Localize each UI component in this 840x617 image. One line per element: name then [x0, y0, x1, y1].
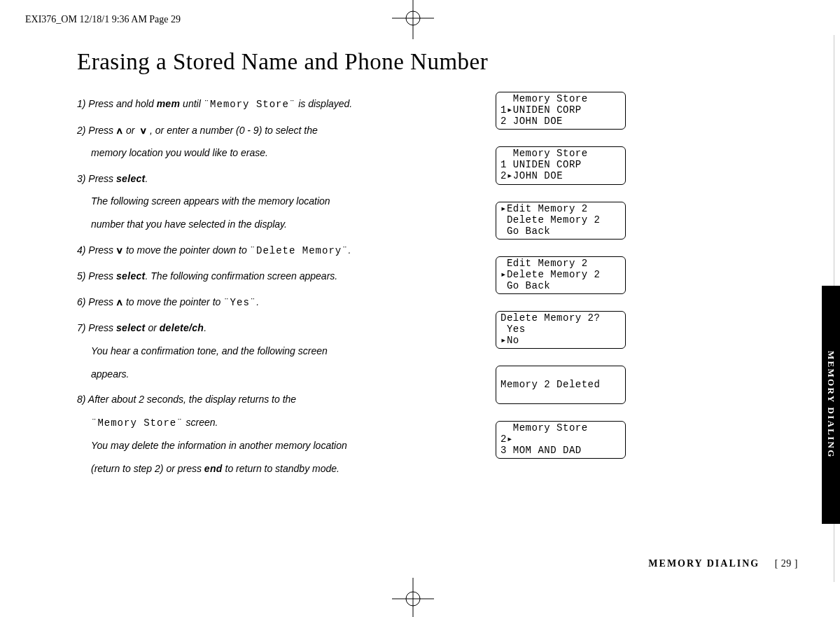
- footer-section: MEMORY DIALING: [648, 558, 760, 569]
- lcd-screen-7: Memory Store 2▸ 3 MOM AND DAD: [496, 421, 626, 459]
- step-2-sub: memory location you would like to erase.: [91, 144, 475, 162]
- text: 1) Press and hold: [77, 98, 157, 109]
- step-8-sub3: (return to step 2) or press end to retur…: [91, 459, 475, 478]
- registration-mark-bottom: [392, 578, 434, 617]
- lcd-text: ¨Memory Store¨: [204, 99, 296, 110]
- text: to move the pointer down to: [123, 244, 250, 256]
- key-select: select: [116, 322, 146, 333]
- key-select: select: [116, 173, 146, 184]
- text: 6) Press: [77, 296, 116, 307]
- key-select: select: [116, 270, 146, 282]
- text: 3) Press: [77, 173, 116, 184]
- step-3: 3) Press select.: [77, 169, 475, 188]
- step-7-sub2: appears.: [91, 365, 475, 384]
- lcd-screen-4: Edit Memory 2 ▸Delete Memory 2 Go Back: [496, 256, 626, 294]
- text: . The following confirmation screen appe…: [146, 270, 338, 282]
- svg-point-2: [406, 11, 420, 25]
- text: .: [349, 244, 351, 256]
- down-arrow-icon: ∨: [139, 123, 148, 140]
- text: .: [146, 173, 148, 184]
- step-7-sub1: You hear a confirmation tone, and the fo…: [91, 342, 475, 361]
- step-8: 8) After about 2 seconds, the display re…: [77, 390, 475, 409]
- text: 5) Press: [77, 270, 116, 282]
- lcd-text: ¨Delete Memory¨: [250, 245, 349, 256]
- svg-point-5: [406, 592, 420, 606]
- lcd-screen-3: ▸Edit Memory 2 Delete Memory 2 Go Back: [496, 202, 626, 240]
- text: to return to standby mode.: [223, 463, 340, 474]
- step-8-sub1: ¨Memory Store¨ screen.: [91, 413, 475, 433]
- step-7: 7) Press select or delete/ch.: [77, 319, 475, 338]
- running-footer: MEMORY DIALING [ 29 ]: [648, 558, 798, 569]
- up-arrow-icon: ∧: [115, 123, 124, 140]
- text: or: [146, 322, 160, 333]
- footer-page-number: [ 29 ]: [775, 558, 798, 569]
- text: 2) Press: [77, 125, 116, 136]
- key-delete-ch: delete/ch: [160, 322, 204, 333]
- text: 4) Press: [77, 244, 116, 256]
- down-arrow-icon: ∨: [115, 242, 124, 260]
- key-mem: mem: [157, 98, 181, 109]
- registration-mark-top: [392, 0, 434, 39]
- lcd-screen-1: Memory Store 1▸UNIDEN CORP 2 JOHN DOE: [496, 92, 626, 130]
- side-tab: MEMORY DIALING: [822, 286, 840, 524]
- text: or: [123, 125, 137, 136]
- key-end: end: [204, 463, 223, 474]
- lcd-screen-2: Memory Store 1 UNIDEN CORP 2▸JOHN DOE: [496, 146, 626, 184]
- lcd-text: ¨Yes¨: [223, 297, 256, 308]
- lcd-screen-5: Delete Memory 2? Yes ▸No: [496, 311, 626, 349]
- text: (return to step 2) or press: [91, 463, 204, 474]
- print-slug: EXI376_OM 12/18/1 9:36 AM Page 29: [25, 14, 181, 25]
- text: .: [256, 296, 259, 307]
- step-8-sub2: You may delete the information in anothe…: [91, 436, 475, 455]
- step-4: 4) Press ∨ to move the pointer down to ¨…: [77, 241, 475, 261]
- text: screen.: [183, 417, 218, 428]
- text: , or enter a number (0 - 9) to select th…: [147, 125, 318, 136]
- lcd-screens-column: Memory Store 1▸UNIDEN CORP 2 JOHN DOE Me…: [496, 92, 626, 485]
- text: to move the pointer to: [123, 296, 223, 307]
- step-6: 6) Press ∧ to move the pointer to ¨Yes¨.: [77, 293, 475, 312]
- step-2: 2) Press ∧ or ∨ , or enter a number (0 -…: [77, 121, 475, 140]
- text: .: [204, 322, 206, 333]
- step-3-sub1: The following screen appears with the me…: [91, 192, 475, 211]
- text: is displayed.: [295, 98, 352, 109]
- step-3-sub2: number that you have selected in the dis…: [91, 215, 475, 234]
- lcd-screen-6: Memory 2 Deleted: [496, 366, 626, 403]
- instruction-list: 1) Press and hold mem until ¨Memory Stor…: [77, 95, 475, 485]
- step-5: 5) Press select. The following confirmat…: [77, 267, 475, 286]
- page-title: Erasing a Stored Name and Phone Number: [77, 49, 766, 75]
- page-content: Erasing a Stored Name and Phone Number 1…: [77, 49, 766, 569]
- text: 7) Press: [77, 322, 116, 333]
- up-arrow-icon: ∧: [115, 294, 124, 312]
- lcd-text: ¨Memory Store¨: [91, 417, 183, 429]
- step-1: 1) Press and hold mem until ¨Memory Stor…: [77, 95, 475, 114]
- text: until: [180, 98, 203, 109]
